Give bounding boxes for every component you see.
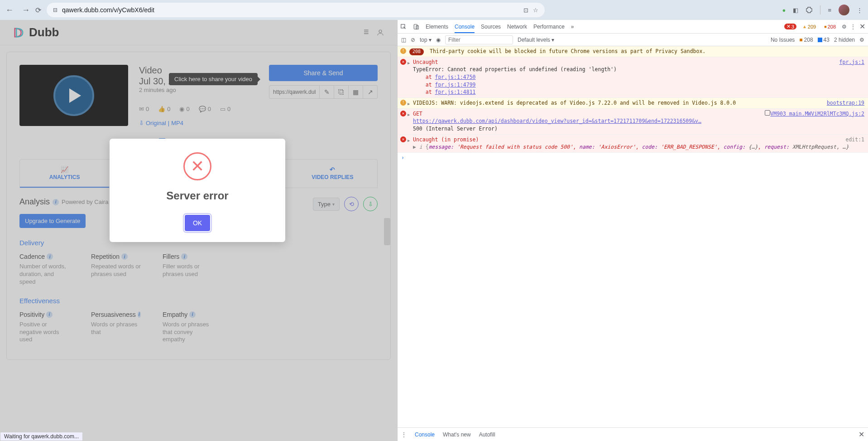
tab-network[interactable]: Network xyxy=(507,24,527,30)
log-cookie-warning[interactable]: ! 208 Third-party cookie will be blocked… xyxy=(398,46,868,57)
modal-ok-button[interactable]: OK xyxy=(185,215,210,231)
browser-toolbar: ← → ⟳ ⊟ qawerk.dubb.com/v/yCwbX6/edit ⊡ … xyxy=(0,0,868,20)
drawer-tab-whatsnew[interactable]: What's new xyxy=(443,431,471,438)
url-text: qawerk.dubb.com/v/yCwbX6/edit xyxy=(62,6,519,14)
live-expression-icon[interactable]: ◉ xyxy=(436,37,441,43)
tab-console[interactable]: Console xyxy=(455,24,475,33)
inspect-icon[interactable] xyxy=(400,24,407,30)
log-uncaught-error[interactable]: ✕▶ fpr.js:1 Uncaught TypeError: Cannot r… xyxy=(398,57,868,98)
extensions-icon[interactable] xyxy=(806,6,813,14)
console-log[interactable]: ! 208 Third-party cookie will be blocked… xyxy=(398,46,868,427)
console-filter-input[interactable] xyxy=(445,35,513,44)
drawer-close-icon[interactable]: ✕ xyxy=(858,430,864,439)
reload-button[interactable]: ⟳ xyxy=(35,6,41,15)
nav-arrows: ← → xyxy=(5,5,30,15)
tab-elements[interactable]: Elements xyxy=(426,24,448,30)
issues-label[interactable]: No Issues xyxy=(771,37,795,43)
translate-icon[interactable]: ⊡ xyxy=(523,7,528,14)
error-count-badge[interactable]: ✕ 3 xyxy=(784,24,796,29)
devtools-drawer: ⋮ Console What's new Autofill ✕ xyxy=(398,427,868,441)
address-bar[interactable]: ⊟ qawerk.dubb.com/v/yCwbX6/edit ⊡ ☆ xyxy=(47,3,545,17)
devtools-tabs: Elements Console Sources Network Perform… xyxy=(398,20,868,34)
settings-icon[interactable]: ⚙ xyxy=(842,24,847,30)
tab-performance[interactable]: Performance xyxy=(533,24,565,30)
drawer-tab-console[interactable]: Console xyxy=(415,431,435,438)
levels-dropdown[interactable]: Default levels ▾ xyxy=(518,37,554,43)
issues-warn-badge[interactable]: ■208 xyxy=(799,37,813,43)
device-icon[interactable] xyxy=(413,24,419,30)
chrome-actions: ● ◧ ≡ ⋮ xyxy=(782,5,863,15)
status-bar: Waiting for qawerk.dubb.com... xyxy=(0,432,83,441)
close-devtools-icon[interactable]: ✕ xyxy=(859,22,865,31)
more-tabs-icon[interactable]: » xyxy=(571,24,574,30)
console-prompt[interactable]: › xyxy=(398,153,868,163)
ext-source-icon xyxy=(765,110,770,118)
context-selector[interactable]: top ▾ xyxy=(420,37,432,43)
svg-rect-2 xyxy=(414,24,417,29)
console-toolbar: ◫ ⊘ top ▾ ◉ Default levels ▾ No Issues ■… xyxy=(398,34,868,46)
modal-title: Server error xyxy=(119,189,276,202)
warning-count-badge[interactable]: 209 xyxy=(800,24,818,29)
devtools-menu-icon[interactable]: ⋮ xyxy=(850,24,856,30)
back-button[interactable]: ← xyxy=(5,5,14,15)
log-promise-error[interactable]: ✕▶ edit:1 Uncaught (in promise) ▶ i {mes… xyxy=(398,135,868,153)
log-get-error[interactable]: ✕▶ VM903 main.MWViM2RlMTc3MQ.js:2 GET ht… xyxy=(398,109,868,135)
hidden-count[interactable]: 2 hidden xyxy=(834,37,855,43)
console-settings-icon[interactable]: ⚙ xyxy=(859,37,864,43)
site-controls-icon[interactable]: ⊟ xyxy=(53,7,58,13)
clear-console-icon[interactable]: ⊘ xyxy=(411,37,415,43)
extension-icon-1[interactable]: ● xyxy=(782,7,786,14)
log-videojs-warning[interactable]: !▶ bootstrap:19 VIDEOJS: WARN: videojs.e… xyxy=(398,98,868,109)
extension-icon-2[interactable]: ◧ xyxy=(793,7,798,14)
chrome-menu-icon[interactable]: ⋮ xyxy=(857,7,863,14)
error-icon: ✕ xyxy=(183,152,211,180)
devtools-panel: Elements Console Sources Network Perform… xyxy=(397,20,868,441)
error-modal: ✕ Server error OK xyxy=(110,139,285,242)
info-count-badge[interactable]: 208 xyxy=(822,24,838,29)
playlist-icon[interactable]: ≡ xyxy=(828,7,831,14)
app-pane: Dubb ☰ Click here to share your video xyxy=(0,20,397,441)
issues-msg-badge[interactable]: 43 xyxy=(818,37,830,43)
bookmark-icon[interactable]: ☆ xyxy=(533,7,538,14)
drawer-menu-icon[interactable]: ⋮ xyxy=(401,431,407,438)
drawer-tab-autofill[interactable]: Autofill xyxy=(479,431,495,438)
tab-sources[interactable]: Sources xyxy=(481,24,501,30)
sidebar-toggle-icon[interactable]: ◫ xyxy=(401,37,406,43)
forward-button[interactable]: → xyxy=(22,5,30,15)
profile-avatar[interactable] xyxy=(839,5,849,15)
